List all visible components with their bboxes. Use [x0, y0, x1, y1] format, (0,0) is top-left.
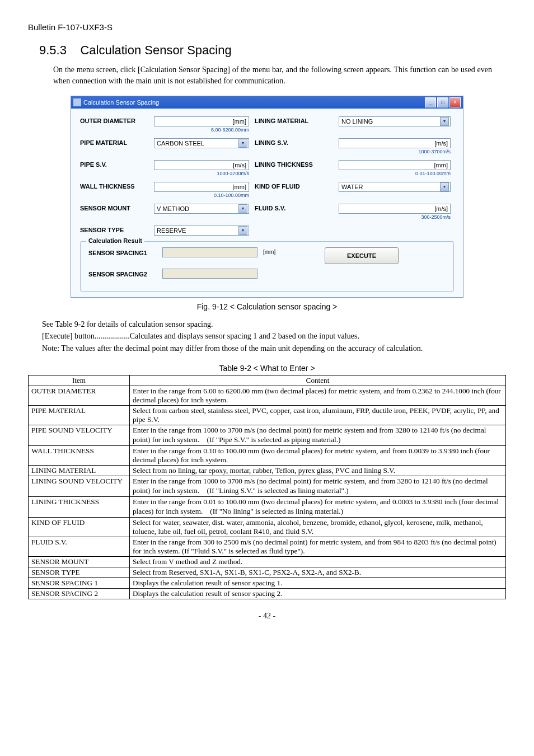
table-cell-item: WALL THICKNESS — [29, 446, 130, 466]
field-label: FLUID S.V. — [255, 204, 333, 212]
range-hint: 0.01-100.00mm — [339, 171, 451, 176]
range-hint: 1000-3700m/s — [154, 171, 249, 176]
dropdown[interactable]: WATER▾ — [339, 182, 451, 192]
text-input[interactable]: [m/s] — [339, 138, 451, 148]
field-wrapper: RESERVE▾ — [154, 226, 249, 236]
table-row: KIND OF FLUIDSelect for water, seawater,… — [29, 518, 506, 537]
text-input[interactable]: [m/s] — [154, 160, 249, 170]
table-row: SENSOR SPACING 2Displays the calculation… — [29, 589, 506, 599]
table-cell-content: Enter in the range from 0.10 to 100.00 m… — [130, 446, 506, 466]
table-cell-content: Select for water, seawater, dist. water,… — [130, 518, 506, 537]
chevron-down-icon: ▾ — [238, 139, 247, 148]
intro-paragraph: On the menu screen, click [Calculation S… — [53, 64, 492, 87]
field-wrapper: [m/s]1000-3700m/s — [339, 138, 451, 154]
field-wrapper: [m/s]1000-3700m/s — [154, 160, 249, 176]
table-cell-item: SENSOR SPACING 2 — [29, 589, 130, 599]
maximize-button[interactable]: □ — [437, 97, 448, 107]
sensor-spacing2-field — [162, 269, 257, 279]
form-row: PIPE MATERIALCARBON STEEL▾LINING S.V.[m/… — [80, 138, 454, 154]
dropdown[interactable]: V METHOD▾ — [154, 204, 249, 214]
field-label — [255, 226, 333, 227]
form-row: SENSOR TYPERESERVE▾ — [80, 226, 454, 236]
text-input[interactable]: [mm] — [154, 182, 249, 192]
field-label: PIPE MATERIAL — [80, 138, 148, 146]
execute-description: [Execute] button..................Calcul… — [42, 331, 492, 342]
table-row: WALL THICKNESSEnter in the range from 0.… — [29, 446, 506, 466]
table-cell-item: LINING THICKNESS — [29, 497, 130, 518]
note-line: Note: The values after the decimal point… — [42, 343, 492, 354]
table-cell-item: FLUID S.V. — [29, 537, 130, 557]
what-to-enter-table: Item Content OUTER DIAMETEREnter in the … — [28, 375, 506, 599]
dropdown-value: V METHOD — [157, 205, 189, 212]
table-cell-content: Enter in the range from 1000 to 3700 m/s… — [130, 425, 506, 446]
section-number: 9.5.3 — [39, 43, 67, 57]
table-cell-item: LINING SOUND VELOCITY — [29, 476, 130, 497]
dropdown[interactable]: CARBON STEEL▾ — [154, 138, 249, 148]
table-cell-content: Select from carbon steel, stainless stee… — [130, 406, 506, 425]
table-row: LINING MATERIALSelect from no lining, ta… — [29, 466, 506, 476]
table-row: PIPE SOUND VELOCITYEnter in the range fr… — [29, 425, 506, 446]
execute-button[interactable]: EXECUTE — [325, 247, 399, 264]
text-input[interactable]: [m/s] — [339, 204, 451, 214]
chevron-down-icon: ▾ — [238, 226, 247, 235]
field-label: SENSOR MOUNT — [80, 204, 148, 212]
field-label: LINING S.V. — [255, 138, 333, 146]
sensor-spacing1-label: SENSOR SPACING1 — [88, 248, 157, 256]
window-title: Calculation Sensor Spacing — [83, 99, 159, 106]
table-cell-content: Displays the calculation result of senso… — [130, 589, 506, 599]
dropdown[interactable]: NO LINING▾ — [339, 116, 451, 126]
field-label: LINING THICKNESS — [255, 160, 333, 168]
table-cell-content: Enter in the range from 1000 to 3700 m/s… — [130, 476, 506, 497]
field-label: KIND OF FLUID — [255, 182, 333, 190]
form-row: PIPE S.V.[m/s]1000-3700m/sLINING THICKNE… — [80, 160, 454, 176]
close-button[interactable]: × — [449, 97, 461, 107]
table-header-content: Content — [130, 375, 506, 386]
app-icon — [73, 98, 81, 106]
form-row: WALL THICKNESS[mm]0.10-100.00mmKIND OF F… — [80, 182, 454, 198]
text-input[interactable]: [mm] — [339, 160, 451, 170]
table-cell-content: Enter in the range from 6.00 to 6200.00 … — [130, 386, 506, 406]
range-hint: 300-2500m/s — [339, 214, 451, 220]
text-input[interactable]: [mm] — [154, 116, 249, 126]
range-hint: 6.00-6200.00mm — [154, 127, 249, 133]
field-wrapper: [mm]0.01-100.00mm — [339, 160, 451, 176]
sensor-spacing2-label: SENSOR SPACING2 — [88, 270, 157, 278]
table-cell-content: Select from V method and Z method. — [130, 557, 506, 567]
field-wrapper: [mm]0.10-100.00mm — [154, 182, 249, 198]
table-row: SENSOR TYPESelect from Reserved, SX1-A, … — [29, 567, 506, 578]
chevron-down-icon: ▾ — [440, 182, 449, 191]
range-hint: 0.10-100.00mm — [154, 192, 249, 198]
sensor-spacing1-field — [162, 247, 257, 257]
form-area: OUTER DIAMETER[mm]6.00-6200.00mmLINING M… — [71, 109, 463, 297]
table-row: OUTER DIAMETEREnter in the range from 6.… — [29, 386, 506, 406]
table-row: FLUID S.V.Enter in the range from 300 to… — [29, 537, 506, 557]
table-row: LINING THICKNESSEnter in the range from … — [29, 497, 506, 518]
field-wrapper: CARBON STEEL▾ — [154, 138, 249, 148]
titlebar: Calculation Sensor Spacing _ □ × — [71, 96, 463, 109]
field-label: WALL THICKNESS — [80, 182, 148, 190]
dropdown[interactable]: RESERVE▾ — [154, 226, 249, 236]
form-row: OUTER DIAMETER[mm]6.00-6200.00mmLINING M… — [80, 116, 454, 133]
field-label: OUTER DIAMETER — [80, 116, 148, 124]
minimize-button[interactable]: _ — [425, 97, 436, 107]
dropdown-value: NO LINING — [341, 118, 373, 125]
field-wrapper: [mm]6.00-6200.00mm — [154, 116, 249, 133]
table-cell-item: OUTER DIAMETER — [29, 386, 130, 406]
table-caption: Table 9-2 < What to Enter > — [28, 364, 506, 373]
table-cell-content: Enter in the range from 300 to 2500 m/s … — [130, 537, 506, 557]
table-cell-item: KIND OF FLUID — [29, 518, 130, 537]
section-title: 9.5.3 Calculation Sensor Spacing — [39, 43, 506, 58]
table-cell-content: Select from no lining, tar epoxy, mortar… — [130, 466, 506, 476]
table-cell-content: Displays the calculation result of senso… — [130, 578, 506, 589]
field-wrapper: WATER▾ — [339, 182, 451, 192]
calculation-result-group: Calculation Result SENSOR SPACING1 [mm] … — [80, 241, 454, 292]
result-unit: [mm] — [263, 249, 297, 255]
field-wrapper: NO LINING▾ — [339, 116, 451, 126]
table-cell-content: Enter in the range from 0.01 to 100.00 m… — [130, 497, 506, 518]
table-cell-item: SENSOR TYPE — [29, 567, 130, 578]
dropdown-value: CARBON STEEL — [157, 140, 204, 147]
doc-header: Bulletin F-107-UXF3-S — [28, 22, 506, 32]
table-row: SENSOR SPACING 1Displays the calculation… — [29, 578, 506, 589]
chevron-down-icon: ▾ — [440, 117, 449, 126]
dropdown-value: RESERVE — [157, 227, 186, 234]
